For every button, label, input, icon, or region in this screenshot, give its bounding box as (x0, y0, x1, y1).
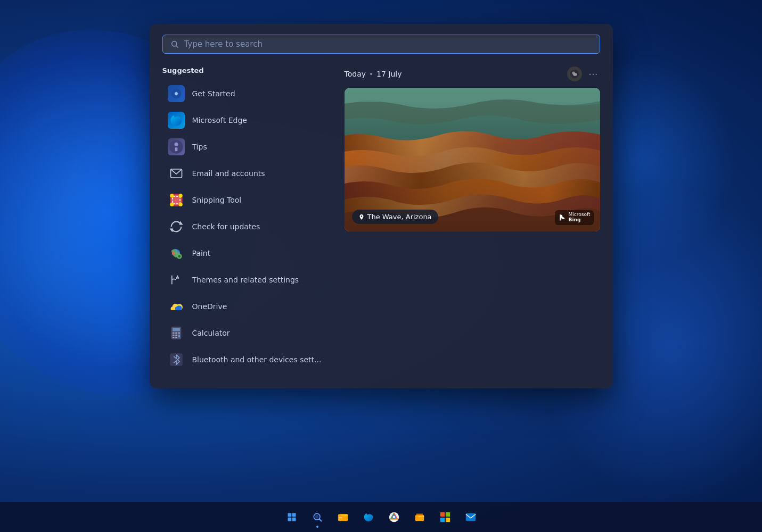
store-icon (439, 511, 451, 523)
svg-rect-51 (445, 512, 449, 517)
tips-icon (168, 138, 185, 155)
bluetooth-icon (168, 351, 185, 368)
svg-line-40 (319, 519, 321, 521)
snipping-label: Snipping Tool (192, 196, 242, 204)
edge-icon (168, 112, 185, 129)
taskbar-search-icon (312, 512, 323, 522)
taskbar-edge-button[interactable] (357, 505, 380, 529)
taskbar-explorer-button[interactable] (331, 505, 355, 529)
svg-rect-6 (175, 147, 177, 151)
bing-card[interactable]: The Wave, Arizona Microsoft Bing (345, 88, 600, 231)
onedrive-icon (168, 298, 185, 315)
svg-point-11 (178, 194, 182, 197)
today-header: Today 17 July ··· (345, 66, 600, 81)
today-date: 17 July (376, 70, 402, 78)
svg-point-17 (178, 255, 181, 258)
list-item[interactable]: Bluetooth and other devices sett... (162, 347, 334, 372)
panel-content: Suggested Get Started (162, 66, 600, 372)
update-label: Check for updates (192, 222, 260, 231)
svg-line-1 (176, 46, 178, 48)
taskbar-mail-button[interactable] (459, 505, 482, 529)
suggested-list: Get Started (162, 81, 334, 372)
svg-point-39 (315, 515, 318, 519)
start-button[interactable] (280, 505, 304, 529)
list-item[interactable]: Tips (162, 134, 334, 160)
more-options-button[interactable]: ··· (586, 68, 600, 81)
list-item[interactable]: Get Started (162, 81, 334, 106)
list-item[interactable]: Calculator (162, 320, 334, 346)
svg-point-14 (170, 203, 174, 206)
svg-point-13 (178, 203, 182, 206)
svg-rect-20 (173, 332, 175, 334)
svg-rect-22 (178, 332, 180, 334)
themes-label: Themes and related settings (192, 276, 299, 284)
svg-rect-42 (339, 517, 342, 518)
bing-icon (558, 213, 567, 222)
update-icon (168, 218, 185, 235)
paint-icon (168, 245, 185, 262)
calculator-label: Calculator (192, 329, 230, 337)
svg-point-4 (169, 140, 183, 154)
list-item[interactable]: Paint (162, 240, 334, 266)
location-badge: The Wave, Arizona (352, 210, 438, 224)
list-item[interactable]: Check for updates (162, 214, 334, 239)
email-icon (168, 165, 185, 182)
edge-label: Microsoft Edge (192, 116, 247, 124)
weather-icon (567, 66, 582, 81)
svg-rect-54 (465, 513, 475, 521)
svg-rect-27 (175, 337, 177, 338)
tips-label: Tips (192, 143, 207, 151)
date-separator (370, 73, 372, 75)
get-started-label: Get Started (192, 89, 235, 98)
svg-rect-19 (173, 328, 180, 331)
suggested-label: Suggested (162, 66, 334, 74)
search-bar[interactable] (162, 35, 600, 54)
search-input[interactable] (184, 39, 592, 49)
chrome-icon (388, 511, 400, 523)
onedrive-label: OneDrive (192, 302, 227, 311)
svg-rect-43 (339, 519, 342, 519)
list-item[interactable]: Snipping Tool (162, 187, 334, 213)
folders-icon (414, 511, 425, 523)
svg-rect-37 (292, 518, 296, 521)
svg-point-0 (171, 41, 176, 46)
svg-rect-35 (292, 513, 296, 517)
today-actions: ··· (567, 66, 600, 81)
svg-rect-49 (416, 514, 423, 517)
svg-point-3 (175, 92, 178, 95)
paint-label: Paint (192, 249, 211, 257)
suggested-section: Suggested Get Started (162, 66, 334, 372)
search-panel: Suggested Get Started (150, 24, 613, 388)
taskbar-folders-button[interactable] (408, 505, 431, 529)
svg-point-47 (392, 516, 395, 519)
email-label: Email and accounts (192, 169, 265, 178)
svg-rect-52 (440, 518, 444, 522)
windows-icon (287, 512, 297, 522)
snipping-icon (168, 192, 185, 209)
svg-rect-21 (175, 332, 177, 334)
taskbar-store-button[interactable] (433, 505, 457, 529)
today-label: Today (345, 70, 366, 78)
bluetooth-label: Bluetooth and other devices sett... (192, 355, 322, 364)
list-item[interactable]: OneDrive (162, 294, 334, 319)
location-name: The Wave, Arizona (367, 213, 432, 221)
svg-rect-23 (173, 335, 175, 336)
list-item[interactable]: Microsoft Edge (162, 107, 334, 133)
svg-rect-26 (173, 337, 175, 338)
taskbar-search-button[interactable] (306, 505, 329, 529)
svg-rect-25 (178, 335, 180, 337)
taskbar-chrome-button[interactable] (382, 505, 406, 529)
svg-rect-53 (445, 518, 449, 522)
themes-icon (168, 271, 185, 288)
taskbar (0, 502, 762, 532)
svg-point-12 (170, 194, 174, 197)
list-item[interactable]: Themes and related settings (162, 267, 334, 293)
file-explorer-icon (337, 511, 349, 523)
svg-rect-34 (288, 513, 291, 517)
get-started-icon (168, 85, 185, 102)
list-item[interactable]: Email and accounts (162, 161, 334, 186)
mail-icon (465, 511, 477, 523)
edge-taskbar-icon (363, 511, 374, 523)
bing-logo: Microsoft Bing (555, 210, 594, 225)
svg-point-5 (174, 143, 178, 146)
